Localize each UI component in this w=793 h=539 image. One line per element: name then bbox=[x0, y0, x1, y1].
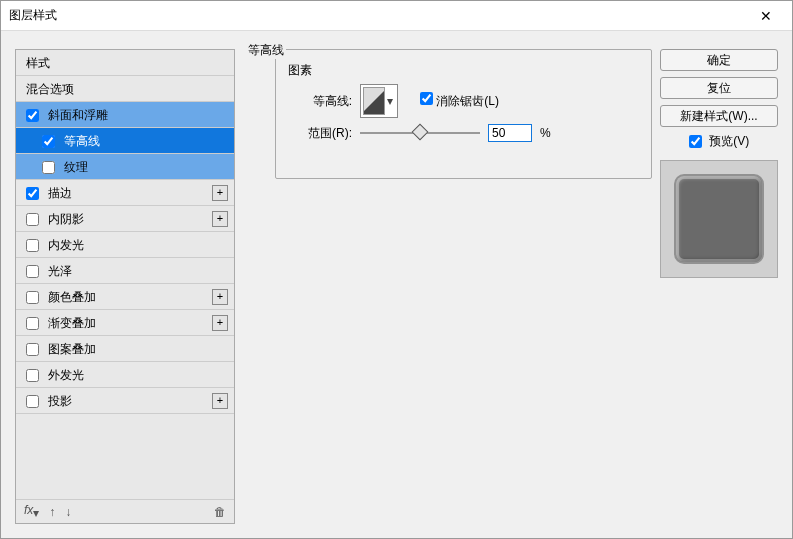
pattern-overlay-checkbox[interactable] bbox=[26, 343, 39, 356]
add-icon[interactable]: + bbox=[212, 393, 228, 409]
trash-icon[interactable]: 🗑 bbox=[214, 505, 226, 519]
satin-checkbox[interactable] bbox=[26, 265, 39, 278]
drop-shadow-checkbox[interactable] bbox=[26, 395, 39, 408]
add-icon[interactable]: + bbox=[212, 289, 228, 305]
action-panel: 确定 复位 新建样式(W)... 预览(V) bbox=[660, 49, 778, 278]
contour-picker[interactable]: ▾ bbox=[360, 84, 398, 118]
preview-checkbox[interactable] bbox=[689, 135, 702, 148]
texture-checkbox[interactable] bbox=[42, 161, 55, 174]
stroke-checkbox[interactable] bbox=[26, 187, 39, 200]
styles-list-panel: 样式 混合选项 斜面和浮雕 等高线 纹理 描边 + bbox=[15, 49, 235, 524]
preview-toggle-row: 预览(V) bbox=[660, 133, 778, 150]
chevron-down-icon: ▾ bbox=[385, 87, 395, 115]
style-item-inner-glow[interactable]: 内发光 bbox=[16, 232, 234, 258]
contour-checkbox[interactable] bbox=[42, 135, 55, 148]
style-item-color-overlay[interactable]: 颜色叠加 + bbox=[16, 284, 234, 310]
range-slider[interactable] bbox=[360, 126, 480, 140]
outer-glow-label: 外发光 bbox=[48, 368, 84, 382]
styles-footer: fx▾ ↑ ↓ 🗑 bbox=[16, 499, 234, 523]
style-item-drop-shadow[interactable]: 投影 + bbox=[16, 388, 234, 414]
color-overlay-label: 颜色叠加 bbox=[48, 290, 96, 304]
antialias-checkbox[interactable] bbox=[420, 92, 433, 105]
gradient-overlay-checkbox[interactable] bbox=[26, 317, 39, 330]
range-row: 范围(R): % bbox=[296, 124, 641, 142]
styles-header: 样式 bbox=[16, 50, 234, 76]
add-icon[interactable]: + bbox=[212, 211, 228, 227]
new-style-button[interactable]: 新建样式(W)... bbox=[660, 105, 778, 127]
panel-title: 等高线 bbox=[246, 42, 286, 59]
preview-label: 预览(V) bbox=[709, 134, 749, 148]
reset-button[interactable]: 复位 bbox=[660, 77, 778, 99]
style-item-contour[interactable]: 等高线 bbox=[16, 128, 234, 154]
layer-style-dialog: 图层样式 ✕ 样式 混合选项 斜面和浮雕 等高线 纹理 描边 bbox=[0, 0, 793, 539]
preview-box bbox=[660, 160, 778, 278]
contour-fieldset: 等高线 图素 等高线: ▾ 消除锯齿(L) 范围(R): bbox=[275, 49, 652, 179]
color-overlay-checkbox[interactable] bbox=[26, 291, 39, 304]
style-item-inner-shadow[interactable]: 内阴影 + bbox=[16, 206, 234, 232]
inner-glow-checkbox[interactable] bbox=[26, 239, 39, 252]
dialog-body: 样式 混合选项 斜面和浮雕 等高线 纹理 描边 + bbox=[1, 31, 792, 538]
window-title: 图层样式 bbox=[9, 7, 748, 24]
style-item-satin[interactable]: 光泽 bbox=[16, 258, 234, 284]
ok-button[interactable]: 确定 bbox=[660, 49, 778, 71]
inner-shadow-label: 内阴影 bbox=[48, 212, 84, 226]
bevel-label: 斜面和浮雕 bbox=[48, 108, 108, 122]
style-item-outer-glow[interactable]: 外发光 bbox=[16, 362, 234, 388]
style-item-gradient-overlay[interactable]: 渐变叠加 + bbox=[16, 310, 234, 336]
drop-shadow-label: 投影 bbox=[48, 394, 72, 408]
contour-swatch bbox=[363, 87, 385, 115]
style-item-pattern-overlay[interactable]: 图案叠加 bbox=[16, 336, 234, 362]
antialias-control[interactable]: 消除锯齿(L) bbox=[420, 92, 499, 110]
move-up-icon[interactable]: ↑ bbox=[49, 505, 55, 519]
outer-glow-checkbox[interactable] bbox=[26, 369, 39, 382]
titlebar: 图层样式 ✕ bbox=[1, 1, 792, 31]
preview-swatch bbox=[676, 176, 762, 262]
fx-menu-icon[interactable]: fx▾ bbox=[24, 503, 39, 520]
style-item-stroke[interactable]: 描边 + bbox=[16, 180, 234, 206]
add-icon[interactable]: + bbox=[212, 315, 228, 331]
blending-options-label: 混合选项 bbox=[26, 82, 74, 96]
texture-label: 纹理 bbox=[64, 160, 88, 174]
satin-label: 光泽 bbox=[48, 264, 72, 278]
preview-control[interactable]: 预览(V) bbox=[689, 134, 749, 148]
range-label: 范围(R): bbox=[296, 125, 352, 142]
bevel-checkbox[interactable] bbox=[26, 109, 39, 122]
contour-row: 等高线: ▾ 消除锯齿(L) bbox=[296, 84, 641, 118]
inner-shadow-checkbox[interactable] bbox=[26, 213, 39, 226]
settings-panel: 等高线 图素 等高线: ▾ 消除锯齿(L) 范围(R): bbox=[245, 49, 652, 524]
pattern-overlay-label: 图案叠加 bbox=[48, 342, 96, 356]
blending-options-item[interactable]: 混合选项 bbox=[16, 76, 234, 102]
inner-glow-label: 内发光 bbox=[48, 238, 84, 252]
style-item-bevel[interactable]: 斜面和浮雕 bbox=[16, 102, 234, 128]
stroke-label: 描边 bbox=[48, 186, 72, 200]
move-down-icon[interactable]: ↓ bbox=[65, 505, 71, 519]
elements-section-label: 图素 bbox=[286, 62, 314, 79]
close-button[interactable]: ✕ bbox=[748, 1, 784, 31]
contour-label: 等高线 bbox=[64, 134, 100, 148]
range-input[interactable] bbox=[488, 124, 532, 142]
range-unit: % bbox=[540, 126, 551, 140]
contour-field-label: 等高线: bbox=[296, 93, 352, 110]
style-item-texture[interactable]: 纹理 bbox=[16, 154, 234, 180]
gradient-overlay-label: 渐变叠加 bbox=[48, 316, 96, 330]
antialias-label: 消除锯齿(L) bbox=[436, 94, 499, 108]
add-icon[interactable]: + bbox=[212, 185, 228, 201]
slider-thumb-icon[interactable] bbox=[412, 124, 429, 141]
